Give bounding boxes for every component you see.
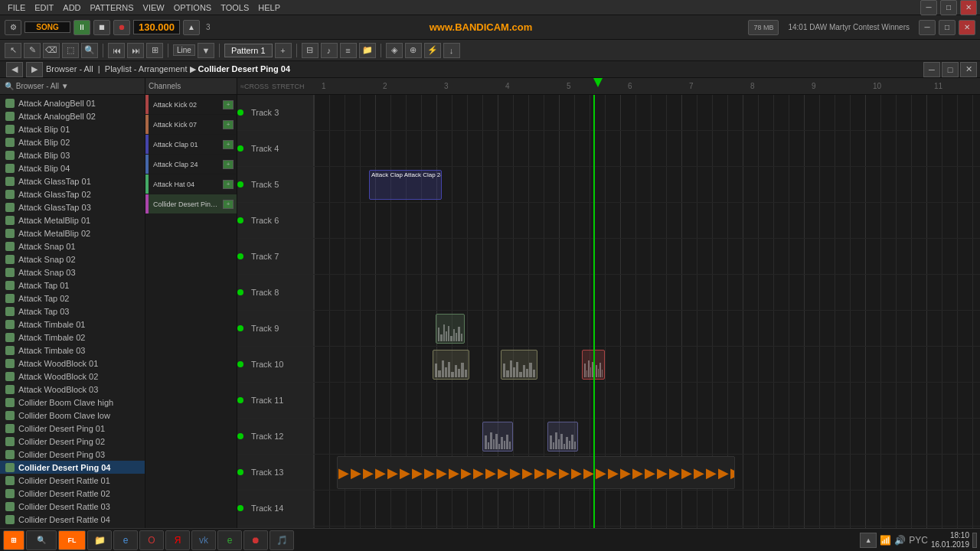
- browser-label[interactable]: Browser - All: [46, 64, 93, 73]
- record-transport-btn[interactable]: ⏺: [113, 20, 130, 35]
- browser-item-23[interactable]: Collider Boom Clave high: [0, 396, 145, 409]
- track-content-10[interactable]: ▶▶▶▶▶▶▶▶▶▶▶▶▶▶▶▶▶▶▶▶▶▶▶▶▶▶▶▶▶▶▶▶▶▶▶▶▶▶▶▶…: [314, 455, 980, 490]
- show-desktop-btn[interactable]: [972, 533, 977, 548]
- track-content-5[interactable]: [314, 275, 980, 310]
- clip-track-10-0[interactable]: ▶▶▶▶▶▶▶▶▶▶▶▶▶▶▶▶▶▶▶▶▶▶▶▶▶▶▶▶▶▶▶▶▶▶▶▶▶▶▶▶…: [337, 456, 735, 489]
- start-button[interactable]: ⊞: [3, 530, 24, 550]
- browser-item-0[interactable]: Attack AnalogBell 01: [0, 96, 145, 109]
- browser-item-11[interactable]: Attack Snap 01: [0, 240, 145, 253]
- browser-item-25[interactable]: Collider Desert Ping 01: [0, 422, 145, 435]
- browser-item-15[interactable]: Attack Tap 02: [0, 292, 145, 305]
- browser-item-12[interactable]: Attack Snap 02: [0, 253, 145, 266]
- browser-item-8[interactable]: Attack GlassTap 03: [0, 201, 145, 214]
- channel-mute-2[interactable]: +: [223, 140, 234, 149]
- menu-view[interactable]: VIEW: [139, 0, 169, 15]
- close-btn[interactable]: ✕: [960, 0, 977, 15]
- pattern-selector[interactable]: Pattern 1: [224, 44, 273, 57]
- taskbar-search[interactable]: 🔍: [26, 530, 57, 550]
- taskbar-browser2[interactable]: e: [217, 530, 242, 550]
- bpm-display[interactable]: SONG: [24, 21, 70, 33]
- tool-eraser[interactable]: ⌫: [43, 43, 60, 58]
- browser-item-28[interactable]: Collider Desert Ping 04: [0, 461, 145, 474]
- mixer-btn[interactable]: ⊟: [302, 43, 318, 58]
- tray-network[interactable]: 📶: [880, 535, 891, 546]
- taskbar-explorer[interactable]: 📁: [87, 530, 112, 550]
- track-content-7[interactable]: [314, 347, 980, 382]
- clip-track-7-0[interactable]: [433, 350, 469, 380]
- browser-item-14[interactable]: Attack Tap 01: [0, 279, 145, 292]
- taskbar-vk[interactable]: vk: [191, 530, 216, 550]
- close-panel-btn[interactable]: ✕: [960, 62, 977, 77]
- step-seq-btn[interactable]: ≡: [340, 43, 357, 58]
- channel-mute-4[interactable]: +: [223, 180, 234, 189]
- nav-right[interactable]: ▶: [26, 62, 43, 77]
- browser-item-5[interactable]: Attack Blip 04: [0, 161, 145, 174]
- line-select[interactable]: Line: [173, 44, 195, 56]
- browser-item-7[interactable]: Attack GlassTap 02: [0, 187, 145, 201]
- browser-item-19[interactable]: Attack Timbale 03: [0, 344, 145, 357]
- playlist-area[interactable]: ≈CROSS STRETCH 1 2 3 4 5 6 7 8 9 10 11: [237, 78, 980, 528]
- minimize-btn[interactable]: ─: [920, 0, 937, 15]
- track-content-4[interactable]: [314, 239, 980, 274]
- browser-item-29[interactable]: Collider Desert Rattle 01: [0, 474, 145, 487]
- browser-item-9[interactable]: Attack MetalBlip 01: [0, 214, 145, 227]
- browser-item-26[interactable]: Collider Desert Ping 02: [0, 435, 145, 448]
- menu-add[interactable]: ADD: [58, 0, 85, 15]
- browser-item-32[interactable]: Collider Desert Rattle 04: [0, 513, 145, 526]
- project-label[interactable]: Collider Desert Ping 04: [198, 64, 290, 73]
- menu-file[interactable]: FILE: [3, 0, 30, 15]
- channel-mute-3[interactable]: +: [223, 160, 234, 169]
- stop-btn[interactable]: ⏹: [93, 20, 110, 35]
- tool-forward[interactable]: ⏭: [127, 43, 144, 58]
- window-close[interactable]: ✕: [959, 20, 975, 35]
- track-content-8[interactable]: [314, 383, 980, 418]
- tool-extra3[interactable]: ⚡: [424, 43, 441, 58]
- tempo-up[interactable]: ▲: [183, 20, 200, 35]
- menu-options[interactable]: OPTIONS: [169, 0, 217, 15]
- taskbar-media[interactable]: 🎵: [270, 530, 294, 550]
- tool-extra1[interactable]: ◈: [386, 43, 403, 58]
- browser-item-1[interactable]: Attack AnalogBell 02: [0, 109, 145, 122]
- restore-btn[interactable]: □: [940, 0, 957, 15]
- clip-track-9-0[interactable]: [482, 422, 513, 452]
- tray-volume[interactable]: 🔊: [894, 535, 906, 546]
- taskbar-fl-studio[interactable]: FL: [58, 530, 86, 550]
- nav-left[interactable]: ◀: [6, 62, 23, 77]
- clip-track-9-1[interactable]: [547, 422, 578, 452]
- channel-mute-5[interactable]: +: [223, 200, 234, 209]
- taskbar-opera[interactable]: O: [139, 530, 164, 550]
- browser-item-20[interactable]: Attack WoodBlock 01: [0, 357, 145, 370]
- menu-edit[interactable]: EDIT: [30, 0, 58, 15]
- tray-lang[interactable]: PYC: [909, 535, 928, 546]
- browser-item-31[interactable]: Collider Desert Rattle 03: [0, 500, 145, 513]
- channel-item-4[interactable]: Attack Hat 04 +: [145, 174, 237, 194]
- play-pause-btn[interactable]: ⏸: [74, 20, 90, 35]
- browser-item-30[interactable]: Collider Desert Rattle 02: [0, 487, 145, 500]
- window-controls[interactable]: ─: [919, 20, 936, 35]
- track-content-6[interactable]: [314, 311, 980, 346]
- tool-pointer[interactable]: ↖: [5, 43, 21, 58]
- browser-item-13[interactable]: Attack Snap 03: [0, 266, 145, 279]
- channel-item-2[interactable]: Attack Clap 01 +: [145, 135, 237, 155]
- channel-mute-0[interactable]: +: [223, 100, 234, 109]
- tracks-container[interactable]: Track 3Track 4Track 5Attack Clap Attack …: [237, 95, 980, 528]
- browser-item-27[interactable]: Collider Desert Ping 03: [0, 448, 145, 461]
- taskbar-yandex[interactable]: Я: [165, 530, 190, 550]
- browser-item-22[interactable]: Attack WoodBlock 03: [0, 383, 145, 396]
- browser-item-16[interactable]: Attack Tap 03: [0, 305, 145, 318]
- tool-extra4[interactable]: ↓: [443, 43, 460, 58]
- tool-pencil[interactable]: ✎: [24, 43, 41, 58]
- clip-track-7-2[interactable]: [582, 350, 605, 380]
- tool-extra2[interactable]: ⊕: [405, 43, 422, 58]
- channel-item-0[interactable]: Attack Kick 02 +: [145, 95, 237, 115]
- pattern-add[interactable]: +: [275, 43, 292, 58]
- track-content-9[interactable]: [314, 419, 980, 454]
- clip-track-2-0[interactable]: Attack Clap Attack Clap 24: [369, 170, 442, 200]
- track-content-0[interactable]: [314, 95, 980, 130]
- tool-select[interactable]: ⬚: [62, 43, 79, 58]
- tool-snap[interactable]: ⊞: [146, 43, 163, 58]
- browser-item-17[interactable]: Attack Timbale 01: [0, 318, 145, 331]
- expand-btn[interactable]: □: [942, 62, 959, 77]
- tool-zoom[interactable]: 🔍: [81, 43, 98, 58]
- browser-item-18[interactable]: Attack Timbale 02: [0, 331, 145, 344]
